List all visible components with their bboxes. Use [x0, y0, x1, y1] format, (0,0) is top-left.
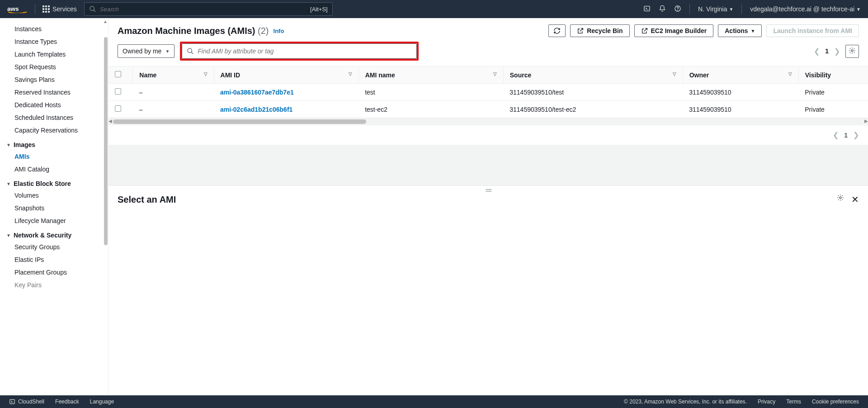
page-title-text: Amazon Machine Images (AMIs) [118, 26, 255, 36]
actions-dropdown[interactable]: Actions▼ [718, 24, 762, 37]
drag-handle-icon[interactable]: == [486, 187, 491, 194]
divider [741, 4, 742, 14]
select-all-header[interactable] [108, 66, 133, 84]
services-menu[interactable]: Services [42, 5, 77, 13]
svg-line-2 [94, 10, 95, 12]
column-header-ami-name[interactable]: AMI name▽ [359, 66, 503, 84]
section-title: Network & Security [14, 232, 71, 239]
sidebar-item[interactable]: AMI Catalog [6, 163, 108, 176]
sidebar-item-amis[interactable]: AMIs [6, 150, 108, 163]
cell-name: – [133, 101, 214, 118]
column-header-owner[interactable]: Owner▽ [683, 66, 798, 84]
scrollbar-thumb[interactable] [104, 37, 108, 245]
row-checkbox[interactable] [115, 88, 121, 95]
sidebar-item[interactable]: Scheduled Instances [6, 111, 108, 124]
sidebar-item[interactable]: Savings Plans [6, 73, 108, 86]
notifications-icon[interactable] [659, 5, 666, 14]
svg-line-8 [191, 52, 193, 54]
caret-down-icon: ▼ [6, 233, 11, 238]
sidebar-item[interactable]: Elastic IPs [6, 253, 108, 266]
grid-icon [42, 5, 50, 13]
sidebar-item[interactable]: Instance Types [6, 35, 108, 48]
sidebar-item[interactable]: Snapshots [6, 202, 108, 214]
ami-id-link[interactable]: ami-0a3861607ae7db7e1 [220, 89, 294, 96]
table-row[interactable]: – ami-0a3861607ae7db7e1 test 31145903951… [108, 84, 868, 101]
image-builder-button[interactable]: EC2 Image Builder [634, 24, 714, 37]
page-next-button[interactable]: ❯ [834, 47, 840, 56]
cloudshell-icon[interactable] [643, 5, 651, 14]
sidebar-item[interactable]: Security Groups [6, 241, 108, 253]
ami-table: Name▽ AMI ID▽ AMI name▽ Source▽ Owner▽ V… [108, 66, 868, 145]
region-selector[interactable]: N. Virginia ▼ [698, 5, 733, 13]
cell-source: 311459039510/test [503, 84, 683, 101]
help-icon[interactable] [674, 5, 681, 14]
cell-owner: 311459039510 [683, 101, 798, 118]
sidebar-item[interactable]: Placement Groups [6, 266, 108, 279]
sidebar-item[interactable]: Launch Templates [6, 48, 108, 61]
scrollbar-thumb[interactable] [113, 119, 366, 124]
sort-icon: ▽ [493, 71, 497, 76]
global-search-input[interactable] [100, 6, 310, 13]
scroll-left-arrow-icon[interactable]: ◀ [108, 119, 112, 123]
info-link[interactable]: Info [274, 28, 284, 34]
table-settings-button[interactable] [845, 45, 859, 58]
svg-point-7 [188, 48, 192, 52]
cell-owner: 311459039510 [683, 84, 798, 101]
ownership-filter-dropdown[interactable]: Owned by me ▼ [118, 44, 175, 58]
caret-down-icon: ▼ [6, 181, 11, 186]
column-header-ami-id[interactable]: AMI ID▽ [214, 66, 359, 84]
sort-icon: ▽ [673, 71, 676, 76]
column-label: Name [139, 71, 156, 79]
column-label: Source [510, 71, 531, 79]
recycle-bin-button[interactable]: Recycle Bin [570, 24, 629, 37]
close-detail-button[interactable]: ✕ [851, 194, 859, 205]
aws-logo[interactable]: aws [7, 5, 28, 13]
search-icon [89, 5, 96, 13]
cell-source: 311459039510/test-ec2 [503, 101, 683, 118]
refresh-button[interactable] [548, 24, 566, 37]
page-next-button[interactable]: ❯ [853, 131, 859, 139]
checkbox[interactable] [115, 71, 121, 77]
caret-down-icon: ▼ [6, 142, 11, 147]
column-header-name[interactable]: Name▽ [133, 66, 214, 84]
sidebar-item[interactable]: Dedicated Hosts [6, 99, 108, 111]
detail-settings-button[interactable] [837, 194, 844, 205]
horizontal-scrollbar[interactable]: ◀ ▶ [108, 118, 868, 125]
sidebar-item[interactable]: Spot Requests [6, 61, 108, 73]
page-number: 1 [825, 47, 829, 55]
page-number: 1 [844, 132, 848, 139]
sidebar-scrollbar[interactable]: ▲ [104, 19, 108, 245]
sidebar-section-images[interactable]: ▼Images [6, 137, 108, 150]
services-label: Services [52, 5, 77, 13]
sidebar-item[interactable]: Capacity Reservations [6, 124, 108, 137]
column-header-visibility[interactable]: Visibility [798, 66, 868, 84]
row-checkbox[interactable] [115, 105, 121, 112]
account-menu[interactable]: vdegala@techforce.ai @ techforce-ai ▼ [750, 5, 861, 13]
divider [35, 4, 35, 14]
svg-text:aws: aws [7, 5, 19, 12]
filter-row: Owned by me ▼ ❮ 1 ❯ [108, 37, 868, 66]
external-link-icon [641, 27, 648, 34]
sidebar-item[interactable]: Key Pairs [6, 279, 108, 291]
page-prev-button[interactable]: ❮ [833, 131, 839, 139]
sidebar-section-network[interactable]: ▼Network & Security [6, 227, 108, 241]
sidebar: ▲ Instances Instance Types Launch Templa… [0, 18, 108, 395]
section-title: Images [14, 141, 35, 148]
scroll-right-arrow-icon[interactable]: ▶ [864, 119, 868, 123]
button-label: Launch instance from AMI [773, 27, 852, 34]
scroll-up-arrow-icon[interactable]: ▲ [103, 19, 108, 24]
ami-id-link[interactable]: ami-02c6ad1b21c06b6f1 [220, 106, 292, 113]
sidebar-item[interactable]: Volumes [6, 189, 108, 202]
highlighted-search-box [180, 42, 419, 61]
ami-search-input[interactable] [198, 47, 412, 55]
global-search[interactable]: [Alt+S] [84, 2, 333, 16]
sidebar-item[interactable]: Lifecycle Manager [6, 214, 108, 227]
table-row[interactable]: – ami-02c6ad1b21c06b6f1 test-ec2 3114590… [108, 101, 868, 118]
page-prev-button[interactable]: ❮ [814, 47, 820, 56]
ami-search-box[interactable] [182, 43, 417, 59]
sidebar-item[interactable]: Instances [6, 23, 108, 35]
split-gap [108, 145, 868, 185]
column-header-source[interactable]: Source▽ [503, 66, 683, 84]
sidebar-item[interactable]: Reserved Instances [6, 86, 108, 99]
sidebar-section-ebs[interactable]: ▼Elastic Block Store [6, 176, 108, 189]
